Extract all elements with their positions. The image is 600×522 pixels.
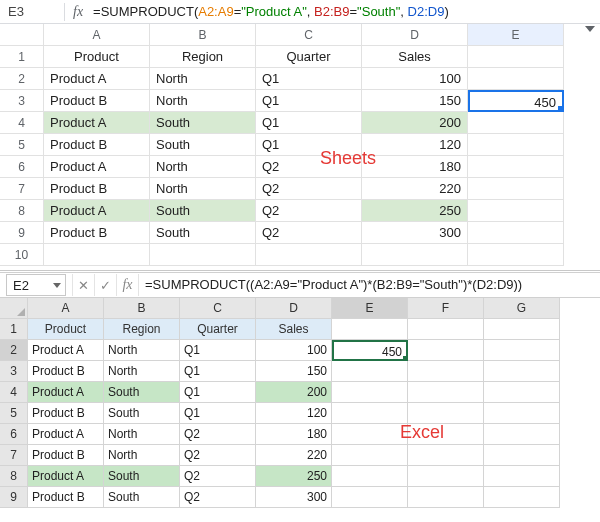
cell-region[interactable]: North bbox=[150, 68, 256, 90]
chevron-down-icon[interactable] bbox=[53, 283, 61, 288]
row-header[interactable]: 8 bbox=[0, 200, 44, 222]
cell-product[interactable]: Product B bbox=[44, 134, 150, 156]
cell-region[interactable]: South bbox=[104, 403, 180, 424]
cell-quarter[interactable]: Q2 bbox=[180, 445, 256, 466]
cell[interactable] bbox=[484, 361, 560, 382]
cell-sales[interactable]: 300 bbox=[256, 487, 332, 508]
cell-product[interactable]: Product B bbox=[28, 445, 104, 466]
column-header[interactable]: A bbox=[28, 298, 104, 319]
cell-region[interactable]: South bbox=[104, 382, 180, 403]
cell-product[interactable]: Product B bbox=[44, 90, 150, 112]
cell[interactable] bbox=[44, 244, 150, 266]
column-header[interactable]: G bbox=[484, 298, 560, 319]
cell[interactable] bbox=[332, 382, 408, 403]
row-header[interactable]: 1 bbox=[0, 319, 28, 340]
cell[interactable] bbox=[332, 361, 408, 382]
cell-sales[interactable]: 220 bbox=[362, 178, 468, 200]
row-header[interactable]: 5 bbox=[0, 403, 28, 424]
row-header[interactable]: 4 bbox=[0, 382, 28, 403]
header-quarter[interactable]: Quarter bbox=[256, 46, 362, 68]
cell-sales[interactable]: 150 bbox=[256, 361, 332, 382]
cell-sales[interactable]: 120 bbox=[362, 134, 468, 156]
cell-sales[interactable]: 120 bbox=[256, 403, 332, 424]
excel-grid[interactable]: ABCDEFG1ProductRegionQuarterSales2Produc… bbox=[0, 298, 600, 508]
cell-sales[interactable]: 100 bbox=[362, 68, 468, 90]
row-header[interactable]: 10 bbox=[0, 244, 44, 266]
cell[interactable] bbox=[408, 382, 484, 403]
column-header[interactable]: B bbox=[150, 24, 256, 46]
row-header[interactable]: 9 bbox=[0, 222, 44, 244]
cell-sales[interactable]: 100 bbox=[256, 340, 332, 361]
cell[interactable] bbox=[468, 68, 564, 90]
cell-product[interactable]: Product A bbox=[44, 112, 150, 134]
sheets-grid[interactable]: ABCDE1ProductRegionQuarterSales2Product … bbox=[0, 24, 600, 266]
row-header[interactable]: 7 bbox=[0, 445, 28, 466]
cell[interactable] bbox=[362, 244, 468, 266]
cell-sales[interactable]: 300 bbox=[362, 222, 468, 244]
column-header[interactable]: D bbox=[362, 24, 468, 46]
cell-product[interactable]: Product A bbox=[28, 466, 104, 487]
corner-cell[interactable] bbox=[0, 24, 44, 46]
cell-sales[interactable]: 220 bbox=[256, 445, 332, 466]
row-header[interactable]: 5 bbox=[0, 134, 44, 156]
confirm-button[interactable]: ✓ bbox=[94, 274, 116, 296]
cell-region[interactable]: North bbox=[150, 90, 256, 112]
cell-region[interactable]: South bbox=[150, 222, 256, 244]
excel-name-box[interactable]: E2 bbox=[6, 274, 66, 296]
header-product[interactable]: Product bbox=[28, 319, 104, 340]
column-header[interactable]: E bbox=[468, 24, 564, 46]
cell[interactable] bbox=[332, 403, 408, 424]
cell-region[interactable]: South bbox=[150, 112, 256, 134]
cell-quarter[interactable]: Q1 bbox=[256, 112, 362, 134]
header-product[interactable]: Product bbox=[44, 46, 150, 68]
cell-region[interactable]: North bbox=[150, 178, 256, 200]
sheets-name-box[interactable]: E3 bbox=[8, 4, 56, 19]
cell-sales[interactable]: 180 bbox=[362, 156, 468, 178]
row-header[interactable]: 8 bbox=[0, 466, 28, 487]
header-region[interactable]: Region bbox=[104, 319, 180, 340]
cell-region[interactable]: North bbox=[104, 340, 180, 361]
row-header[interactable]: 3 bbox=[0, 361, 28, 382]
cell[interactable] bbox=[408, 319, 484, 340]
cell-quarter[interactable]: Q2 bbox=[256, 200, 362, 222]
cell-sales[interactable]: 250 bbox=[256, 466, 332, 487]
cell-product[interactable]: Product A bbox=[28, 424, 104, 445]
cell[interactable] bbox=[468, 222, 564, 244]
cell[interactable] bbox=[408, 445, 484, 466]
cell-region[interactable]: North bbox=[104, 424, 180, 445]
selected-cell[interactable]: 450 bbox=[332, 340, 408, 361]
cell-region[interactable]: North bbox=[150, 156, 256, 178]
cell[interactable] bbox=[150, 244, 256, 266]
cell[interactable] bbox=[408, 466, 484, 487]
row-header[interactable]: 3 bbox=[0, 90, 44, 112]
cell[interactable] bbox=[484, 403, 560, 424]
cell-product[interactable]: Product A bbox=[44, 68, 150, 90]
cell-region[interactable]: South bbox=[104, 466, 180, 487]
fx-icon[interactable]: fx bbox=[116, 274, 138, 296]
cell[interactable] bbox=[332, 445, 408, 466]
cell[interactable] bbox=[468, 156, 564, 178]
row-header[interactable]: 6 bbox=[0, 156, 44, 178]
cell-sales[interactable]: 250 bbox=[362, 200, 468, 222]
cell-quarter[interactable]: Q1 bbox=[180, 403, 256, 424]
row-header[interactable]: 2 bbox=[0, 68, 44, 90]
cell[interactable] bbox=[408, 487, 484, 508]
cell[interactable] bbox=[484, 424, 560, 445]
cell-quarter[interactable]: Q2 bbox=[180, 487, 256, 508]
cell-product[interactable]: Product B bbox=[44, 222, 150, 244]
cell[interactable] bbox=[332, 487, 408, 508]
row-header[interactable]: 7 bbox=[0, 178, 44, 200]
column-header[interactable]: E bbox=[332, 298, 408, 319]
cell[interactable] bbox=[468, 112, 564, 134]
cell[interactable] bbox=[468, 134, 564, 156]
cell[interactable] bbox=[484, 319, 560, 340]
cell-region[interactable]: South bbox=[150, 134, 256, 156]
cell-quarter[interactable]: Q1 bbox=[256, 90, 362, 112]
cell-region[interactable]: North bbox=[104, 445, 180, 466]
row-header[interactable]: 4 bbox=[0, 112, 44, 134]
cell[interactable] bbox=[332, 319, 408, 340]
cell[interactable] bbox=[484, 487, 560, 508]
header-region[interactable]: Region bbox=[150, 46, 256, 68]
cancel-button[interactable]: ✕ bbox=[72, 274, 94, 296]
cell-quarter[interactable]: Q1 bbox=[180, 361, 256, 382]
